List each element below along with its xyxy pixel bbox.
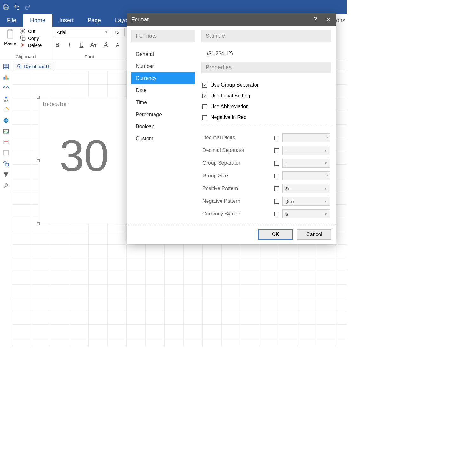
prop-enable-checkbox[interactable] — [274, 199, 279, 204]
paste-button[interactable]: Paste — [3, 28, 18, 46]
format-item-number[interactable]: Number — [131, 60, 195, 72]
text-icon[interactable] — [2, 138, 10, 146]
scissors-icon — [20, 28, 26, 34]
italic-button[interactable]: I — [66, 42, 73, 49]
svg-rect-31 — [20, 66, 20, 68]
prop-enable-checkbox[interactable] — [274, 174, 279, 178]
decimal-digits-input[interactable]: ▲▼ — [282, 133, 330, 142]
check-negative-red[interactable]: Negative in Red — [201, 112, 331, 123]
delete-label: Delete — [28, 43, 42, 48]
prop-label: Positive Pattern — [202, 186, 271, 191]
menu-tab-file[interactable]: File — [0, 14, 23, 27]
prop-negative-pattern: Negative Pattern ($n)▼ — [201, 195, 331, 208]
font-shrink-button[interactable]: Ǎ — [114, 43, 121, 48]
document-tab-label: Dashboard1 — [24, 64, 50, 69]
prop-enable-checkbox[interactable] — [274, 212, 279, 216]
ok-button[interactable]: OK — [258, 229, 293, 240]
prop-positive-pattern: Positive Pattern $n▼ — [201, 182, 331, 195]
prop-enable-checkbox[interactable] — [274, 186, 279, 191]
properties-section-header: Properties — [201, 62, 331, 73]
menu-tab-home[interactable]: Home — [23, 14, 52, 27]
font-name-select[interactable]: Arial ▼ — [54, 28, 110, 36]
font-color-button[interactable]: A▾ — [90, 42, 97, 49]
svg-rect-15 — [3, 77, 4, 79]
cut-button[interactable]: Cut — [20, 28, 42, 34]
prop-enable-checkbox[interactable] — [274, 136, 279, 140]
prop-enable-checkbox[interactable] — [274, 148, 279, 153]
chevron-down-icon: ▼ — [324, 149, 327, 152]
prop-label: Group Separator — [202, 160, 271, 166]
spinner-icon[interactable]: ▲▼ — [326, 134, 328, 139]
prop-group-size: Group Size ▲▼ — [201, 169, 331, 182]
sample-value: ($1,234.12) — [201, 48, 331, 62]
svg-rect-16 — [5, 75, 6, 79]
bar-chart-icon[interactable] — [2, 74, 10, 81]
help-icon[interactable]: ? — [312, 16, 319, 23]
currency-symbol-select[interactable]: $▼ — [282, 209, 330, 218]
dialog-title: Format — [131, 17, 149, 23]
close-icon[interactable]: ✕ — [325, 16, 331, 23]
check-local-setting[interactable]: Use Local Setting — [201, 90, 331, 101]
prop-decimal-separator: Decimal Separator .▼ — [201, 144, 331, 157]
spinner-icon[interactable]: ▲▼ — [326, 172, 328, 177]
prop-decimal-digits: Decimal Digits ▲▼ — [201, 131, 331, 144]
prop-label: Decimal Digits — [202, 135, 271, 141]
format-item-percentage[interactable]: Percentage — [131, 109, 195, 121]
menu-tab-page[interactable]: Page — [81, 14, 108, 27]
format-item-date[interactable]: Date — [131, 84, 195, 96]
check-abbreviation[interactable]: Use Abbreviation — [201, 101, 331, 112]
font-size-select[interactable]: 13 — [112, 28, 125, 36]
copy-button[interactable]: Copy — [20, 35, 42, 41]
delete-button[interactable]: Delete — [20, 42, 42, 48]
filter-icon[interactable] — [2, 171, 10, 178]
format-dialog: Format ? ✕ Formats General Number Curren… — [127, 13, 336, 244]
format-item-boolean[interactable]: Boolean — [131, 121, 195, 133]
shapes-icon[interactable] — [2, 160, 10, 168]
group-size-input[interactable]: ▲▼ — [282, 171, 330, 180]
positive-pattern-select[interactable]: $n▼ — [282, 184, 330, 193]
dashboard-tab-icon — [17, 64, 22, 69]
format-item-time[interactable]: Time — [131, 96, 195, 109]
sample-section-header: Sample — [201, 30, 331, 42]
svg-rect-10 — [3, 64, 8, 69]
blank-icon[interactable] — [2, 149, 10, 157]
gauge-icon[interactable] — [2, 84, 10, 92]
table-icon[interactable] — [2, 63, 10, 70]
checkbox-icon — [202, 83, 207, 88]
format-item-custom[interactable]: Custom — [131, 133, 195, 145]
redo-icon[interactable] — [24, 3, 31, 10]
save-icon[interactable] — [3, 3, 10, 10]
format-item-currency[interactable]: Currency — [131, 72, 195, 84]
document-tab[interactable]: Dashboard1 — [13, 62, 54, 71]
progress-icon[interactable] — [2, 106, 10, 114]
prop-label: Currency Symbol — [202, 211, 271, 217]
chevron-down-icon: ▼ — [324, 187, 327, 190]
indicator-widget[interactable]: Indicator 30 — [38, 97, 130, 224]
globe-icon[interactable] — [2, 117, 10, 124]
svg-rect-17 — [7, 78, 8, 80]
tools-icon[interactable] — [2, 182, 10, 189]
font-group-label: Font — [54, 54, 125, 61]
decimal-separator-select[interactable]: .▼ — [282, 146, 330, 155]
prop-enable-checkbox[interactable] — [274, 161, 279, 166]
font-grow-button[interactable]: Â — [102, 42, 109, 49]
image-icon[interactable] — [2, 128, 10, 135]
check-group-separator[interactable]: Use Group Separator — [201, 80, 331, 90]
prop-group-separator: Group Separator ,▼ — [201, 157, 331, 169]
chevron-down-icon: ▼ — [324, 212, 327, 216]
svg-rect-29 — [6, 163, 8, 166]
cancel-button[interactable]: Cancel — [297, 229, 331, 240]
dialog-titlebar: Format ? ✕ — [127, 14, 336, 26]
clipboard-group-label: Clipboard — [3, 54, 49, 61]
chevron-down-icon: ▼ — [105, 30, 108, 34]
menu-tab-insert[interactable]: Insert — [52, 14, 81, 27]
underline-button[interactable]: U — [78, 42, 85, 49]
check-label: Negative in Red — [210, 115, 247, 120]
undo-icon[interactable] — [13, 3, 20, 10]
clipboard-icon — [5, 28, 15, 41]
group-separator-select[interactable]: ,▼ — [282, 159, 330, 168]
negative-pattern-select[interactable]: ($n)▼ — [282, 197, 330, 206]
format-item-general[interactable]: General — [131, 48, 195, 60]
bold-button[interactable]: B — [54, 42, 61, 49]
indicator-icon[interactable]: ★100 — [2, 95, 10, 103]
